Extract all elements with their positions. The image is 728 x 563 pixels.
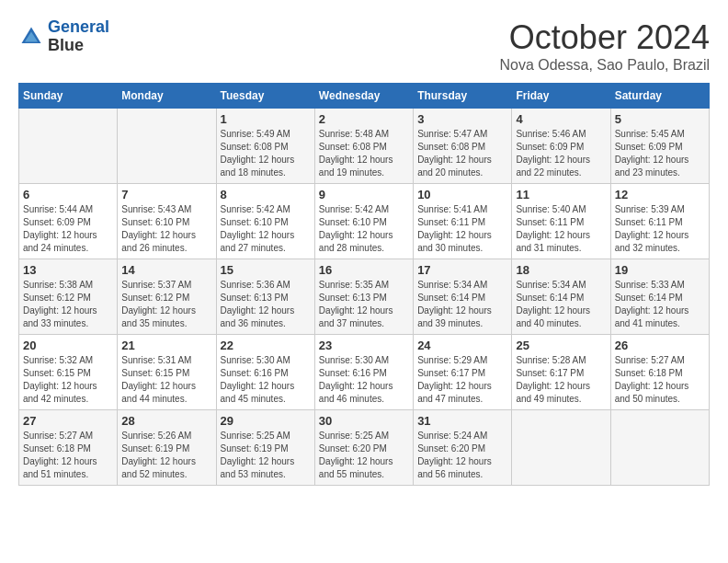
day-info: Sunrise: 5:34 AMSunset: 6:14 PMDaylight:…: [516, 279, 606, 330]
day-info: Sunrise: 5:32 AMSunset: 6:15 PMDaylight:…: [23, 354, 113, 406]
weekday-header: Tuesday: [216, 84, 314, 109]
weekday-header: Monday: [118, 84, 216, 109]
calendar-cell: 19Sunrise: 5:33 AMSunset: 6:14 PMDayligh…: [610, 259, 709, 335]
calendar-week-row: 20Sunrise: 5:32 AMSunset: 6:15 PMDayligh…: [19, 335, 710, 410]
calendar-week-row: 13Sunrise: 5:38 AMSunset: 6:12 PMDayligh…: [19, 259, 710, 335]
title-block: October 2024 Nova Odessa, Sao Paulo, Bra…: [499, 18, 710, 74]
day-number: 11: [516, 188, 606, 201]
day-number: 23: [319, 339, 409, 352]
day-info: Sunrise: 5:25 AMSunset: 6:19 PMDaylight:…: [221, 430, 311, 481]
page-header: General Blue October 2024 Nova Odessa, S…: [18, 18, 710, 74]
day-info: Sunrise: 5:29 AMSunset: 6:17 PMDaylight:…: [417, 354, 507, 406]
weekday-header: Sunday: [19, 84, 118, 109]
day-number: 31: [417, 414, 507, 428]
calendar-cell: 20Sunrise: 5:32 AMSunset: 6:15 PMDayligh…: [19, 335, 118, 410]
calendar-week-row: 1Sunrise: 5:49 AMSunset: 6:08 PMDaylight…: [19, 109, 710, 184]
weekday-header: Friday: [512, 84, 610, 109]
calendar-cell: 6Sunrise: 5:44 AMSunset: 6:09 PMDaylight…: [19, 184, 118, 259]
day-info: Sunrise: 5:35 AMSunset: 6:13 PMDaylight:…: [319, 279, 409, 330]
day-info: Sunrise: 5:31 AMSunset: 6:15 PMDaylight:…: [121, 354, 211, 406]
day-number: 26: [615, 339, 705, 352]
day-info: Sunrise: 5:28 AMSunset: 6:17 PMDaylight:…: [516, 354, 606, 406]
calendar-cell: 17Sunrise: 5:34 AMSunset: 6:14 PMDayligh…: [414, 259, 512, 335]
day-number: 16: [319, 263, 409, 277]
day-number: 8: [221, 188, 311, 201]
calendar-cell: 4Sunrise: 5:46 AMSunset: 6:09 PMDaylight…: [512, 109, 610, 184]
location-subtitle: Nova Odessa, Sao Paulo, Brazil: [499, 57, 710, 74]
day-info: Sunrise: 5:36 AMSunset: 6:13 PMDaylight:…: [221, 279, 311, 330]
calendar-cell: 8Sunrise: 5:42 AMSunset: 6:10 PMDaylight…: [216, 184, 314, 259]
header-row: SundayMondayTuesdayWednesdayThursdayFrid…: [19, 84, 710, 109]
day-info: Sunrise: 5:27 AMSunset: 6:18 PMDaylight:…: [615, 354, 705, 406]
day-number: 19: [615, 263, 705, 277]
calendar-week-row: 27Sunrise: 5:27 AMSunset: 6:18 PMDayligh…: [19, 410, 710, 486]
weekday-header: Wednesday: [314, 84, 413, 109]
calendar-cell: 27Sunrise: 5:27 AMSunset: 6:18 PMDayligh…: [19, 410, 118, 486]
day-info: Sunrise: 5:26 AMSunset: 6:19 PMDaylight:…: [121, 430, 211, 481]
day-number: 17: [417, 263, 507, 277]
day-info: Sunrise: 5:41 AMSunset: 6:11 PMDaylight:…: [417, 203, 507, 255]
day-number: 7: [121, 188, 211, 201]
calendar-cell: 22Sunrise: 5:30 AMSunset: 6:16 PMDayligh…: [216, 335, 314, 410]
calendar-cell: 18Sunrise: 5:34 AMSunset: 6:14 PMDayligh…: [512, 259, 610, 335]
day-number: 20: [23, 339, 113, 352]
day-info: Sunrise: 5:40 AMSunset: 6:11 PMDaylight:…: [516, 203, 606, 255]
day-number: 18: [516, 263, 606, 277]
calendar-cell: 21Sunrise: 5:31 AMSunset: 6:15 PMDayligh…: [118, 335, 216, 410]
day-number: 30: [319, 414, 409, 428]
logo: General Blue: [18, 18, 109, 55]
calendar-cell: 29Sunrise: 5:25 AMSunset: 6:19 PMDayligh…: [216, 410, 314, 486]
day-info: Sunrise: 5:25 AMSunset: 6:20 PMDaylight:…: [319, 430, 409, 481]
calendar-cell: 7Sunrise: 5:43 AMSunset: 6:10 PMDaylight…: [118, 184, 216, 259]
day-number: 15: [221, 263, 311, 277]
day-info: Sunrise: 5:48 AMSunset: 6:08 PMDaylight:…: [319, 128, 409, 179]
day-info: Sunrise: 5:33 AMSunset: 6:14 PMDaylight:…: [615, 279, 705, 330]
day-number: 14: [121, 263, 211, 277]
day-info: Sunrise: 5:44 AMSunset: 6:09 PMDaylight:…: [23, 203, 113, 255]
calendar-cell: 25Sunrise: 5:28 AMSunset: 6:17 PMDayligh…: [512, 335, 610, 410]
calendar-cell: 2Sunrise: 5:48 AMSunset: 6:08 PMDaylight…: [314, 109, 413, 184]
day-number: 28: [121, 414, 211, 428]
day-number: 9: [319, 188, 409, 201]
day-info: Sunrise: 5:30 AMSunset: 6:16 PMDaylight:…: [221, 354, 311, 406]
day-number: 21: [121, 339, 211, 352]
calendar-cell: 24Sunrise: 5:29 AMSunset: 6:17 PMDayligh…: [414, 335, 512, 410]
logo-text: General Blue: [48, 18, 109, 55]
calendar-cell: [512, 410, 610, 486]
day-info: Sunrise: 5:49 AMSunset: 6:08 PMDaylight:…: [221, 128, 311, 179]
weekday-header: Thursday: [414, 84, 512, 109]
day-info: Sunrise: 5:27 AMSunset: 6:18 PMDaylight:…: [23, 430, 113, 481]
calendar-cell: 23Sunrise: 5:30 AMSunset: 6:16 PMDayligh…: [314, 335, 413, 410]
day-number: 25: [516, 339, 606, 352]
day-info: Sunrise: 5:42 AMSunset: 6:10 PMDaylight:…: [319, 203, 409, 255]
calendar-cell: 3Sunrise: 5:47 AMSunset: 6:08 PMDaylight…: [414, 109, 512, 184]
day-info: Sunrise: 5:24 AMSunset: 6:20 PMDaylight:…: [417, 430, 507, 481]
day-info: Sunrise: 5:46 AMSunset: 6:09 PMDaylight:…: [516, 128, 606, 179]
calendar-week-row: 6Sunrise: 5:44 AMSunset: 6:09 PMDaylight…: [19, 184, 710, 259]
day-number: 2: [319, 112, 409, 126]
day-info: Sunrise: 5:34 AMSunset: 6:14 PMDaylight:…: [417, 279, 507, 330]
calendar-table: SundayMondayTuesdayWednesdayThursdayFrid…: [18, 83, 710, 486]
calendar-cell: 1Sunrise: 5:49 AMSunset: 6:08 PMDaylight…: [216, 109, 314, 184]
calendar-cell: 9Sunrise: 5:42 AMSunset: 6:10 PMDaylight…: [314, 184, 413, 259]
calendar-cell: [19, 109, 118, 184]
day-info: Sunrise: 5:43 AMSunset: 6:10 PMDaylight:…: [121, 203, 211, 255]
calendar-cell: 13Sunrise: 5:38 AMSunset: 6:12 PMDayligh…: [19, 259, 118, 335]
calendar-cell: 26Sunrise: 5:27 AMSunset: 6:18 PMDayligh…: [610, 335, 709, 410]
day-number: 6: [23, 188, 113, 201]
day-info: Sunrise: 5:42 AMSunset: 6:10 PMDaylight:…: [221, 203, 311, 255]
day-number: 13: [23, 263, 113, 277]
day-number: 3: [417, 112, 507, 126]
calendar-cell: [610, 410, 709, 486]
calendar-cell: 31Sunrise: 5:24 AMSunset: 6:20 PMDayligh…: [414, 410, 512, 486]
day-info: Sunrise: 5:37 AMSunset: 6:12 PMDaylight:…: [121, 279, 211, 330]
calendar-cell: 5Sunrise: 5:45 AMSunset: 6:09 PMDaylight…: [610, 109, 709, 184]
day-info: Sunrise: 5:45 AMSunset: 6:09 PMDaylight:…: [615, 128, 705, 179]
calendar-cell: 14Sunrise: 5:37 AMSunset: 6:12 PMDayligh…: [118, 259, 216, 335]
day-number: 27: [23, 414, 113, 428]
day-number: 1: [221, 112, 311, 126]
day-number: 22: [221, 339, 311, 352]
day-info: Sunrise: 5:47 AMSunset: 6:08 PMDaylight:…: [417, 128, 507, 179]
day-number: 29: [221, 414, 311, 428]
day-number: 5: [615, 112, 705, 126]
